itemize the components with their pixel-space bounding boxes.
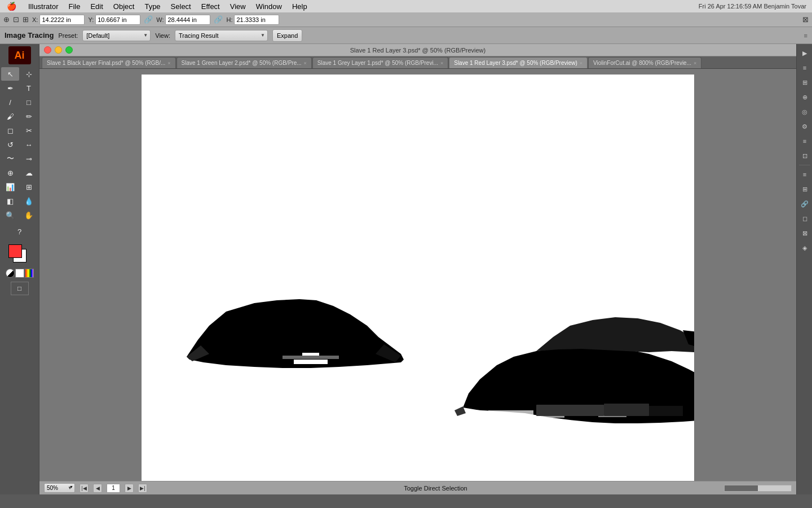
pencil-tool[interactable]: ✏ — [20, 110, 38, 123]
normal-mode[interactable]: □ — [11, 282, 29, 295]
lock-icon[interactable]: 🔗 — [214, 15, 223, 24]
first-page-button[interactable]: |◀ — [80, 484, 89, 493]
blend-tool[interactable]: ⊕ — [1, 166, 19, 179]
panel-options-icon[interactable]: ≡ — [804, 32, 807, 39]
w-input[interactable]: 28.4444 in — [165, 15, 210, 25]
menu-file[interactable]: File — [63, 0, 85, 12]
x-coord-group: X: 14.2222 in — [32, 15, 85, 25]
right-panel-btn-1[interactable]: ▶ — [798, 46, 811, 60]
menu-window[interactable]: Window — [251, 0, 287, 12]
right-panel-btn-3[interactable]: ⊞ — [798, 76, 811, 89]
tab-green-layer[interactable]: Slave 1 Green Layer 2.psd* @ 50% (RGB/Pr… — [176, 57, 312, 68]
right-panel-btn-7[interactable]: ≡ — [798, 134, 811, 148]
title-bar: Slave 1 Red Layer 3.psd* @ 50% (RGB/Prev… — [39, 44, 796, 56]
fill-swatch[interactable] — [8, 244, 22, 258]
x-input[interactable]: 14.2222 in — [39, 15, 85, 25]
tab-close-icon[interactable]: × — [167, 60, 170, 66]
lock-proportions-icon[interactable]: 🔗 — [144, 15, 153, 24]
menu-object[interactable]: Object — [108, 0, 140, 12]
line-tool[interactable]: / — [1, 95, 19, 109]
right-panel-btn-11[interactable]: 🔗 — [798, 197, 811, 211]
direct-selection-tool[interactable]: ⊹ — [20, 67, 38, 81]
zoom-select[interactable]: 50% 100% 200% 25% — [44, 483, 75, 493]
system-status: Fri 26 Apr 12:16:59 AM Benjamin Tovar — [699, 3, 812, 10]
none-icon[interactable] — [6, 269, 15, 278]
y-input[interactable]: 10.6667 in — [95, 15, 140, 25]
paintbrush-tool[interactable]: 🖌 — [1, 110, 19, 123]
eraser-tool[interactable]: ◻ — [1, 124, 19, 137]
width-tool[interactable]: ⊸ — [20, 152, 38, 165]
zoom-tool[interactable]: 🔍 — [1, 208, 19, 222]
right-panel-btn-12[interactable]: ◻ — [798, 212, 811, 225]
left-ship — [187, 299, 404, 368]
gradient-icon[interactable] — [25, 269, 34, 278]
menu-edit[interactable]: Edit — [85, 0, 108, 12]
prev-page-button[interactable]: ◀ — [93, 484, 102, 493]
tab-violin[interactable]: ViolinForCut.ai @ 800% (RGB/Previe... × — [588, 57, 701, 68]
eyedropper-tool[interactable]: 💧 — [20, 194, 38, 208]
pen-tool[interactable]: ✒ — [1, 81, 19, 95]
menu-view[interactable]: View — [225, 0, 251, 12]
right-panel-btn-6[interactable]: ⚙ — [798, 120, 811, 133]
apple-menu[interactable]: 🍎 — [0, 2, 23, 11]
warp-tool[interactable]: 〜 — [1, 152, 19, 165]
preset-select[interactable]: [Default] High Fidelity Photo Low Fideli… — [82, 30, 151, 41]
mesh-tool[interactable]: ⊞ — [20, 180, 38, 194]
right-panel: ▶ ≡ ⊞ ⊕ ◎ ⚙ ≡ ⊡ ≡ ⊞ 🔗 ◻ ⊠ ◈ — [796, 44, 812, 494]
menu-select[interactable]: Select — [166, 0, 196, 12]
menu-effect[interactable]: Effect — [196, 0, 225, 12]
right-panel-btn-10[interactable]: ⊞ — [798, 182, 811, 196]
scissors-tool[interactable]: ✂ — [20, 124, 38, 137]
tab-close-icon[interactable]: × — [440, 60, 443, 66]
preset-selector[interactable]: [Default] High Fidelity Photo Low Fideli… — [82, 30, 151, 41]
close-button[interactable] — [44, 46, 51, 54]
view-select[interactable]: Tracing Result Outlines Outlines with Tr… — [175, 30, 268, 41]
rotate-tool[interactable]: ↺ — [1, 138, 19, 151]
help-tool[interactable]: ? — [11, 225, 29, 238]
view-selector[interactable]: Tracing Result Outlines Outlines with Tr… — [175, 30, 268, 41]
tab-close-icon[interactable]: × — [694, 60, 696, 66]
right-panel-btn-8[interactable]: ⊡ — [798, 149, 811, 163]
right-panel-btn-2[interactable]: ≡ — [798, 61, 811, 75]
zoom-control[interactable]: 50% 100% 200% 25% ▼ — [44, 483, 75, 493]
menu-help[interactable]: Help — [287, 0, 312, 12]
minimize-button[interactable] — [55, 46, 62, 54]
right-panel-btn-14[interactable]: ◈ — [798, 241, 811, 255]
white-icon[interactable] — [15, 269, 24, 278]
last-page-button[interactable]: ▶| — [138, 484, 147, 493]
expand-button[interactable]: Expand — [272, 29, 302, 42]
main-area: Ai ↖ ⊹ ✒ T / □ 🖌 ✏ ◻ ✂ ↺ ↔ 〜 ⊸ — [0, 44, 812, 494]
h-input[interactable]: 21.3333 in — [234, 15, 279, 25]
menu-type[interactable]: Type — [139, 0, 165, 12]
tab-black-layer[interactable]: Slave 1 Black Layer Final.psd* @ 50% (RG… — [42, 57, 176, 68]
right-panel-btn-13[interactable]: ⊠ — [798, 226, 811, 240]
scale-tool[interactable]: ↔ — [20, 138, 38, 151]
menu-illustrator[interactable]: Illustrator — [23, 0, 63, 12]
tab-grey-layer[interactable]: Slave 1 Grey Layer 1.psd* @ 50% (RGB/Pre… — [312, 57, 448, 68]
warp-tools: 〜 ⊸ — [1, 152, 38, 165]
right-panel-btn-4[interactable]: ⊕ — [798, 90, 811, 104]
zoom-select-wrapper[interactable]: 50% 100% 200% 25% ▼ — [44, 483, 75, 493]
tab-label: Slave 1 Green Layer 2.psd* @ 50% (RGB/Pr… — [182, 60, 302, 66]
right-panel-btn-9[interactable]: ≡ — [798, 168, 811, 181]
grid-icon: ⊞ — [23, 15, 29, 24]
next-page-button[interactable]: ▶ — [125, 484, 134, 493]
tab-close-icon[interactable]: × — [304, 60, 307, 66]
gradient-tool[interactable]: ◧ — [1, 194, 19, 208]
maximize-button[interactable] — [65, 46, 73, 54]
tab-close-icon[interactable]: × — [580, 60, 582, 66]
symbol-spray-tool[interactable]: ☁ — [20, 166, 38, 179]
tab-label: Slave 1 Red Layer 3.psd* @ 50% (RGB/Prev… — [454, 60, 577, 66]
right-panel-btn-5[interactable]: ◎ — [798, 105, 811, 119]
selection-tool[interactable]: ↖ — [1, 67, 19, 81]
right-ship — [454, 317, 694, 423]
hand-tool[interactable]: ✋ — [20, 208, 38, 222]
column-graph-tool[interactable]: 📊 — [1, 180, 19, 194]
tab-red-layer[interactable]: Slave 1 Red Layer 3.psd* @ 50% (RGB/Prev… — [449, 57, 588, 68]
transform-controls-icon[interactable]: ⊠ — [802, 15, 809, 24]
help-tool-row: ? — [11, 225, 29, 238]
x-label: X: — [32, 16, 38, 23]
color-swatches[interactable] — [7, 243, 32, 268]
rect-tool[interactable]: □ — [20, 95, 38, 109]
type-tool[interactable]: T — [20, 81, 38, 95]
